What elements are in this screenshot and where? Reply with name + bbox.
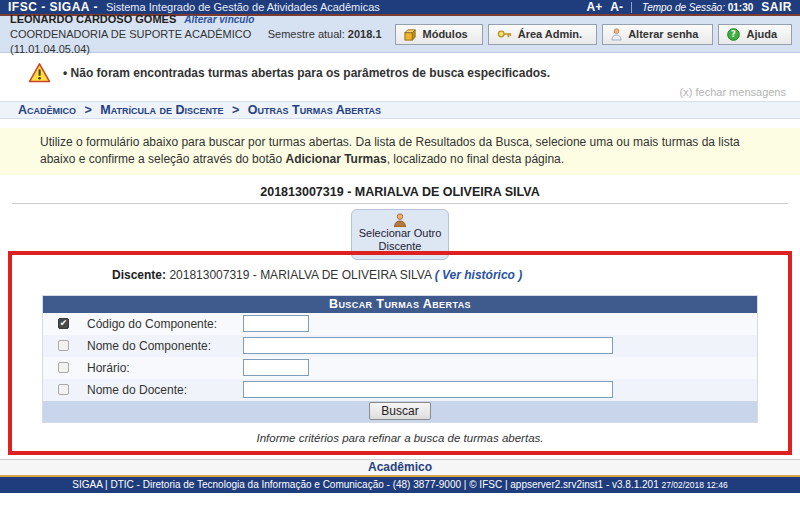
modules-icon [404,28,417,41]
checkbox-nome-componente[interactable] [58,340,69,351]
checkbox-horario[interactable] [58,362,69,373]
student-info-row: Discente: 201813007319 - MARIALVA DE OLI… [12,268,788,286]
breadcrumb: Acadêmico > Matrícula de Discente > Outr… [0,101,800,119]
form-row-nome-docente: Nome do Docente: [43,379,757,401]
nome-componente-input[interactable] [243,337,613,354]
form-footer: Buscar [43,401,757,422]
form-hint: Informe critérios para refinar a busca d… [12,432,788,444]
add-classes-reference: Adicionar Turmas [285,152,386,166]
student-value: 201813007319 - MARIALVA DE OLIVEIRA SILV… [169,268,431,282]
field-label: Nome do Docente: [87,383,243,397]
session-timer: Tempo de Sessão: 01:30 [631,2,753,13]
horario-input[interactable] [243,359,309,376]
breadcrumb-separator: > [227,103,244,117]
codigo-componente-input[interactable] [243,315,309,332]
user-name: LEONARDO CARDOSO GOMES [10,13,176,25]
warning-message: • Não foram encontradas turmas abertas p… [28,62,800,83]
user-bar: LEONARDO CARDOSO GOMES Alterar vínculo C… [0,16,800,53]
footer-info: SIGAA | DTIC - Diretoria de Tecnologia d… [72,479,658,490]
form-title: Buscar Turmas Abertas [43,296,757,313]
form-row-horario: Horário: [43,357,757,379]
footer-timestamp: 27/02/2018 12:46 [661,480,727,490]
user-icon [611,28,622,41]
svg-text:?: ? [732,29,737,39]
breadcrumb-item-matricula[interactable]: Matrícula de Discente [100,103,223,117]
checkbox-nome-docente[interactable] [58,384,69,395]
help-icon: ? [727,28,740,41]
footer-bar: SIGAA | DTIC - Diretoria de Tecnologia d… [0,475,800,493]
font-decrease-button[interactable]: A- [610,0,623,14]
search-button[interactable]: Buscar [369,402,430,420]
field-label: Horário: [87,361,243,375]
breadcrumb-separator: > [80,103,97,117]
student-label: Discente: [112,268,166,282]
field-label: Código do Componente: [87,317,243,331]
module-link-academico[interactable]: Acadêmico [0,459,800,475]
current-semester: Semestre atual: 2018.1 [268,28,382,40]
checkbox-codigo-componente[interactable] [58,318,69,329]
key-icon [497,28,512,40]
instructions-box: Utilize o formulário abaixo para buscar … [0,128,800,175]
highlight-red-rectangle: Discente: 201813007319 - MARIALVA DE OLI… [8,251,792,455]
view-history-link[interactable]: ( Ver histórico ) [435,268,523,282]
nome-docente-input[interactable] [243,381,613,398]
form-row-nome-componente: Nome do Componente: [43,335,757,357]
breadcrumb-item-outras-turmas: Outras Turmas Abertas [248,103,381,117]
student-icon [393,213,407,227]
warning-icon [28,62,51,83]
font-increase-button[interactable]: A+ [587,0,603,14]
warning-bullet: • [63,66,67,80]
warning-text: Não foram encontradas turmas abertas par… [71,66,551,80]
page-title: 201813007319 - MARIALVA DE OLIVEIRA SILV… [12,185,788,204]
form-row-codigo: Código do Componente: [43,313,757,335]
change-bond-link[interactable]: Alterar vínculo [184,14,254,25]
help-button[interactable]: ? Ajuda [718,24,792,45]
search-form: Buscar Turmas Abertas Código do Componen… [42,295,758,423]
field-label: Nome do Componente: [87,339,243,353]
logout-button[interactable]: SAIR [761,0,792,14]
session-time-value: 01:30 [728,2,754,13]
admin-area-button[interactable]: Área Admin. [488,24,597,45]
close-messages-link[interactable]: (x) fechar mensagens [0,86,800,98]
change-password-button[interactable]: Alterar senha [602,24,713,45]
breadcrumb-item-academico[interactable]: Acadêmico [18,103,76,117]
modules-button[interactable]: Módulos [395,24,483,45]
user-unit: COORDENADORIA DE SUPORTE ACADÊMICO (11.0… [10,27,268,57]
